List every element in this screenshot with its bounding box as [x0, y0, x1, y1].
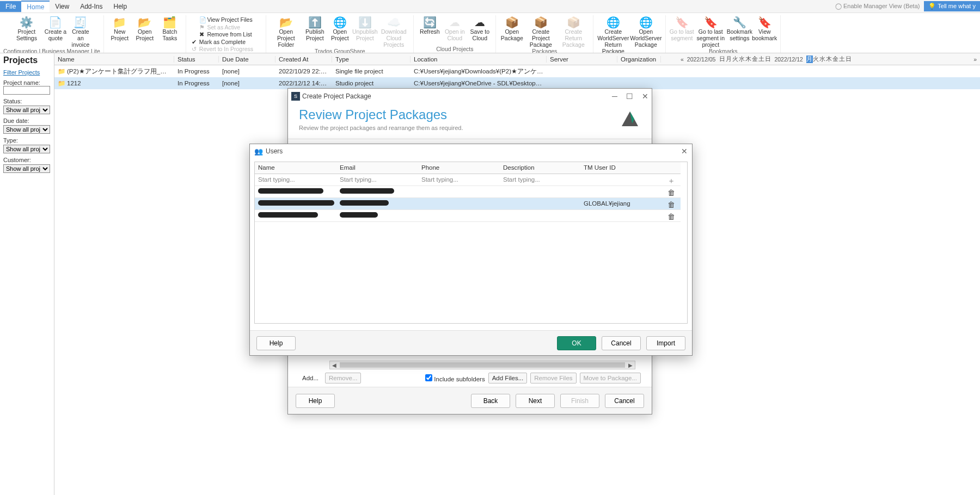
menu-help[interactable]: Help	[108, 1, 133, 12]
publish-project[interactable]: ⬆️Publish Project	[302, 15, 327, 48]
label-type: Type:	[3, 137, 51, 144]
create-quote-button[interactable]: 📄Create a quote	[43, 15, 68, 48]
remove-files-button[interactable]: Remove Files	[530, 373, 576, 383]
col-type[interactable]: Type	[332, 56, 411, 63]
horizontal-scrollbar[interactable]: ◀▶	[329, 361, 635, 369]
col-server[interactable]: Server	[547, 56, 617, 63]
bookmark-settings[interactable]: 🔧Bookmark settings	[727, 15, 752, 48]
project-row[interactable]: 📁(P2)★アンケート集計グラフ用_倶知安黒松内… In Progress[no…	[54, 65, 980, 77]
open-project-folder[interactable]: 📂Open Project Folder	[270, 15, 302, 48]
gear-icon: ⚙️	[20, 16, 33, 28]
app-icon: S	[291, 92, 300, 101]
add-button[interactable]: Add...	[299, 373, 322, 383]
close-button[interactable]: ✕	[642, 92, 648, 101]
label-project-name: Project name:	[3, 79, 51, 86]
col-email[interactable]: Email	[336, 162, 418, 174]
col-location[interactable]: Location	[411, 56, 547, 63]
project-name-input[interactable]	[3, 86, 50, 95]
col-tm[interactable]: TM User ID	[580, 162, 662, 174]
open-project-button[interactable]: 📂Open Project	[132, 15, 157, 41]
filter-email[interactable]: Start typing...	[336, 174, 418, 186]
delete-icon[interactable]: 🗑	[662, 186, 681, 198]
flag-icon: ⚑	[199, 24, 207, 30]
go-last-segment: 🔖Go to last segment	[669, 15, 694, 48]
menu-view[interactable]: View	[50, 1, 75, 12]
filter-phone[interactable]: Start typing...	[418, 174, 500, 186]
add-files-button[interactable]: Add Files...	[488, 373, 528, 383]
delete-icon[interactable]: 🗑	[662, 210, 681, 222]
open-package[interactable]: 📦Open Package	[499, 15, 524, 48]
back-button[interactable]: Back	[471, 394, 510, 408]
users-icon: 👥	[254, 147, 263, 156]
col-created[interactable]: Created At	[275, 56, 332, 63]
type-select[interactable]: Show all proj	[3, 145, 50, 153]
col-phone[interactable]: Phone	[418, 162, 500, 174]
cancel-button[interactable]: Cancel	[602, 336, 641, 350]
left-panel: Projects Filter Projects Project name: S…	[0, 53, 54, 495]
maximize-button[interactable]: ☐	[626, 92, 633, 101]
menu-addins[interactable]: Add-Ins	[75, 1, 108, 12]
remove-from-list[interactable]: ✖Remove from List	[199, 31, 252, 38]
batch-tasks-button[interactable]: 🗂️Batch Tasks	[157, 15, 182, 41]
filter-desc[interactable]: Start typing...	[500, 174, 580, 186]
go-last-in-project[interactable]: 🔖Go to last segment in project	[694, 15, 727, 48]
open-gs-icon: 🌐	[333, 16, 347, 28]
package-create-icon: 📦	[534, 16, 548, 28]
help-button[interactable]: Help	[256, 336, 296, 350]
close-button[interactable]: ✕	[681, 147, 688, 156]
status-select[interactable]: Show all proj	[3, 106, 50, 114]
create-project-package[interactable]: 📦Create Project Package	[524, 15, 557, 48]
mark-complete[interactable]: ✔Mark as Complete	[192, 39, 246, 45]
filter-name[interactable]: Start typing...	[255, 174, 336, 186]
move-to-package-button[interactable]: Move to Package...	[580, 373, 641, 383]
filter-projects-link[interactable]: Filter Projects	[3, 69, 40, 76]
help-button[interactable]: Help	[296, 394, 335, 408]
open-gs-project[interactable]: 🌐Open Project	[327, 15, 352, 48]
minimize-button[interactable]: ─	[612, 92, 617, 101]
col-name[interactable]: Name	[54, 56, 174, 63]
ok-button[interactable]: OK	[557, 336, 596, 350]
toggle-manager-view[interactable]: ◯ Enable Manager View (Beta)	[835, 3, 920, 10]
package-icon: 📦	[505, 16, 519, 28]
col-due[interactable]: Due Date	[219, 56, 275, 63]
unpublish-icon: ⬇️	[358, 16, 372, 28]
project-row[interactable]: 📁1212 In Progress[none]2022/12/12 14:52:…	[54, 77, 980, 89]
next-button[interactable]: Next	[516, 394, 555, 408]
open-ws-package[interactable]: 🌐Open WorldServer Package	[629, 15, 662, 53]
label-customer: Customer:	[3, 157, 51, 163]
remove-icon: ✖	[199, 31, 207, 38]
view-project-files[interactable]: 📄View Project Files	[199, 16, 252, 23]
import-button[interactable]: Import	[646, 336, 685, 350]
view-bookmarks[interactable]: 🔖View bookmark	[752, 15, 777, 48]
col-name[interactable]: Name	[255, 162, 336, 174]
new-project-button[interactable]: 📁New Project	[107, 15, 132, 41]
tell-me[interactable]: 💡 Tell me what y	[924, 1, 980, 11]
label-status: Status:	[3, 98, 51, 104]
refresh-button[interactable]: 🔄Refresh	[417, 15, 442, 41]
menu-file[interactable]: File	[0, 1, 21, 12]
remove-button[interactable]: Remove...	[325, 373, 361, 383]
col-desc[interactable]: Description	[500, 162, 580, 174]
customer-select[interactable]: Show all proj	[3, 164, 50, 173]
finish-button: Finish	[560, 394, 599, 408]
save-to-cloud[interactable]: ☁Save to Cloud	[467, 15, 492, 41]
ws-icon: 🌐	[607, 16, 620, 28]
col-org[interactable]: Organization	[617, 56, 661, 63]
create-ws-return[interactable]: 🌐Create WorldServer Return Package	[597, 15, 629, 53]
create-return-package: 📦Create Return Package	[557, 15, 590, 48]
due-select[interactable]: Show all proj	[3, 125, 50, 134]
include-subfolders[interactable]: Include subfolders	[425, 374, 485, 382]
menubar: File Home View Add-Ins Help ◯ Enable Man…	[0, 0, 980, 13]
calendar-header: «2022/12/05 日月火水木金土日 2022/12/12 月火水木金土日 …	[681, 53, 980, 65]
add-user-button[interactable]: ＋	[662, 174, 681, 186]
col-status[interactable]: Status	[174, 56, 219, 63]
project-settings-button[interactable]: ⚙️Project Settings	[10, 15, 43, 48]
label-due: Due date:	[3, 117, 51, 124]
delete-icon[interactable]: 🗑	[662, 198, 681, 210]
menu-home[interactable]: Home	[21, 1, 50, 13]
create-invoice-button[interactable]: 🧾Create an invoice	[68, 15, 93, 48]
bookmark-proj-icon: 🔖	[704, 16, 718, 28]
bookmark-view-icon: 🔖	[758, 16, 771, 28]
ws-open-icon: 🌐	[639, 16, 653, 28]
cancel-button[interactable]: Cancel	[605, 394, 644, 408]
